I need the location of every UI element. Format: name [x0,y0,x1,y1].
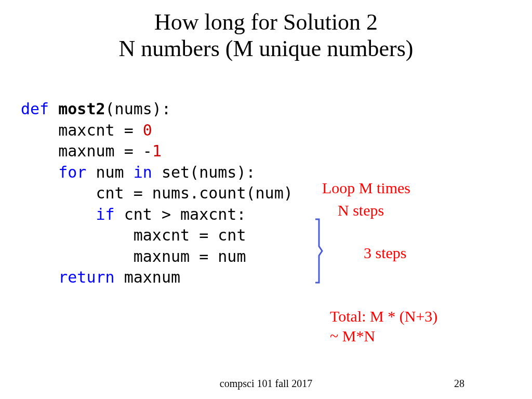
code-line: maxcnt = [21,121,143,139]
function-name: most2 [58,100,105,118]
bracket-icon [302,217,323,285]
number-literal: 0 [143,121,152,139]
annotation-3steps: 3 steps [364,244,407,262]
keyword-in: in [134,163,162,181]
keyword-return: return [58,268,124,286]
code-line: maxnum [124,268,180,286]
code-block: def most2(nums): maxcnt = 0 maxnum = -1 … [21,99,293,288]
footer-course: compsci 101 fall 2017 [0,378,532,390]
slide-title: How long for Solution 2 N numbers (M uni… [0,0,532,62]
code-line: maxnum = num [21,247,246,265]
number-literal: 1 [152,142,162,160]
code-line: maxcnt = cnt [21,226,246,244]
keyword-for: for [58,163,96,181]
title-line-1: How long for Solution 2 [0,9,532,36]
annotation-total-l1: Total: M * (N+3) [330,307,437,326]
code-line: cnt > maxcnt: [124,205,246,223]
params: (nums): [105,100,171,118]
code-line: num [96,163,134,181]
keyword-if: if [96,205,124,223]
slide: How long for Solution 2 N numbers (M uni… [0,0,532,399]
code-line: maxnum = - [21,142,152,160]
annotation-total-l2: ~ M*N [330,326,437,346]
annotation-total: Total: M * (N+3) ~ M*N [330,307,437,345]
code-line: set(nums): [162,163,256,181]
code-line [21,268,58,286]
code-line [21,205,96,223]
footer-page-number: 28 [454,378,464,390]
code-line: cnt = nums.count(num) [21,184,293,202]
keyword-def: def [21,100,58,118]
annotation-nsteps: N steps [338,202,384,219]
title-line-2: N numbers (M unique numbers) [0,36,532,62]
code-line [21,163,58,181]
annotation-loop: Loop M times [322,179,410,197]
